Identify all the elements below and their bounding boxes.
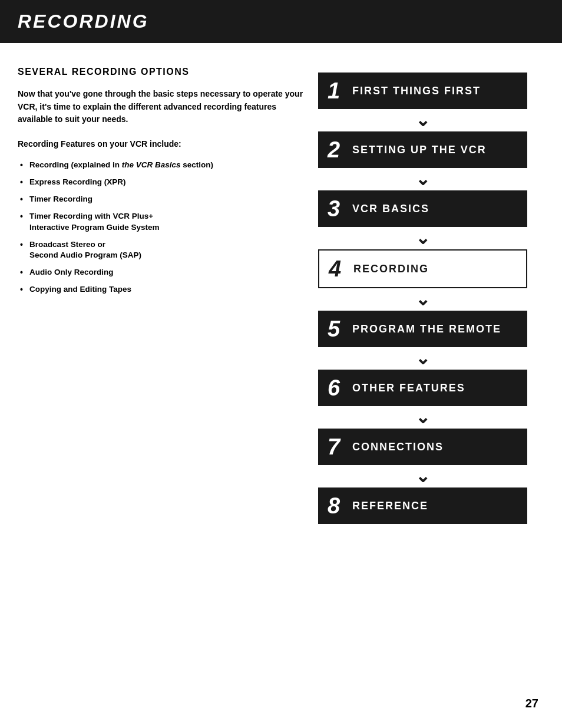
page: RECORDING SEVERAL RECORDING OPTIONS Now … bbox=[0, 0, 562, 728]
nav-label-5: PROGRAM THE REMOTE bbox=[352, 323, 501, 335]
arrow-2: ⌄ bbox=[318, 168, 527, 190]
bullet-list: Recording (explained in the VCR Basics s… bbox=[18, 157, 306, 298]
nav-item-6: 6 OTHER FEATURES bbox=[318, 370, 527, 406]
nav-label-3: VCR BASICS bbox=[352, 203, 429, 215]
left-column: SEVERAL RECORDING OPTIONS Now that you'v… bbox=[18, 67, 306, 524]
list-item: Copying and Editing Tapes bbox=[18, 281, 306, 298]
arrow-7: ⌄ bbox=[318, 465, 527, 487]
nav-bar-6: 6 OTHER FEATURES bbox=[318, 370, 527, 406]
list-item: Audio Only Recording bbox=[18, 264, 306, 281]
arrow-down-icon: ⌄ bbox=[415, 111, 430, 129]
arrow-down-icon: ⌄ bbox=[415, 291, 430, 308]
nav-label-1: FIRST THINGS FIRST bbox=[352, 85, 481, 97]
nav-number-7: 7 bbox=[328, 436, 345, 458]
arrow-down-icon: ⌄ bbox=[415, 467, 430, 485]
nav-bar-4: 4 RECORDING bbox=[318, 249, 527, 288]
list-item: Recording (explained in the VCR Basics s… bbox=[18, 157, 306, 174]
page-header: RECORDING bbox=[0, 0, 562, 43]
features-label: Recording Features on your VCR include: bbox=[18, 139, 306, 149]
arrow-4: ⌄ bbox=[318, 288, 527, 311]
list-item: Express Recording (XPR) bbox=[18, 174, 306, 191]
arrow-1: ⌄ bbox=[318, 109, 527, 131]
page-number: 27 bbox=[525, 697, 538, 710]
nav-item-4: 4 RECORDING bbox=[318, 249, 527, 288]
nav-bar-5: 5 PROGRAM THE REMOTE bbox=[318, 311, 527, 347]
list-item: Broadcast Stereo orSecond Audio Program … bbox=[18, 236, 306, 265]
arrow-down-icon: ⌄ bbox=[415, 409, 430, 426]
nav-label-7: CONNECTIONS bbox=[352, 441, 444, 453]
arrow-6: ⌄ bbox=[318, 406, 527, 429]
page-title: RECORDING bbox=[18, 11, 544, 32]
nav-number-1: 1 bbox=[328, 80, 345, 102]
arrow-down-icon: ⌄ bbox=[415, 350, 430, 367]
nav-bar-7: 7 CONNECTIONS bbox=[318, 429, 527, 465]
nav-number-2: 2 bbox=[328, 139, 345, 161]
list-item: Timer Recording with VCR Plus+Interactiv… bbox=[18, 208, 306, 236]
arrow-down-icon: ⌄ bbox=[415, 170, 430, 188]
arrow-down-icon: ⌄ bbox=[415, 229, 430, 247]
content-area: SEVERAL RECORDING OPTIONS Now that you'v… bbox=[0, 43, 562, 548]
nav-label-4: RECORDING bbox=[353, 263, 429, 275]
nav-label-2: SETTING UP THE VCR bbox=[352, 144, 487, 156]
nav-label-8: REFERENCE bbox=[352, 500, 428, 512]
nav-item-5: 5 PROGRAM THE REMOTE bbox=[318, 311, 527, 347]
section-title: SEVERAL RECORDING OPTIONS bbox=[18, 67, 306, 77]
nav-number-6: 6 bbox=[328, 377, 345, 399]
nav-number-3: 3 bbox=[328, 197, 345, 220]
intro-text: Now that you've gone through the basic s… bbox=[18, 88, 306, 126]
nav-item-8: 8 REFERENCE bbox=[318, 487, 527, 524]
arrow-5: ⌄ bbox=[318, 347, 527, 370]
nav-item-1: 1 FIRST THINGS FIRST bbox=[318, 73, 527, 109]
nav-bar-3: 3 VCR BASICS bbox=[318, 190, 527, 227]
nav-item-3: 3 VCR BASICS bbox=[318, 190, 527, 227]
right-column: 1 FIRST THINGS FIRST ⌄ 2 SETTING UP THE … bbox=[318, 67, 527, 524]
nav-bar-2: 2 SETTING UP THE VCR bbox=[318, 131, 527, 168]
nav-number-4: 4 bbox=[329, 258, 346, 280]
nav-number-5: 5 bbox=[328, 318, 345, 340]
nav-number-8: 8 bbox=[328, 495, 345, 517]
nav-bar-1: 1 FIRST THINGS FIRST bbox=[318, 73, 527, 109]
nav-bar-8: 8 REFERENCE bbox=[318, 487, 527, 524]
nav-label-6: OTHER FEATURES bbox=[352, 382, 465, 394]
list-item: Timer Recording bbox=[18, 191, 306, 208]
arrow-3: ⌄ bbox=[318, 227, 527, 249]
nav-item-2: 2 SETTING UP THE VCR bbox=[318, 131, 527, 168]
nav-item-7: 7 CONNECTIONS bbox=[318, 429, 527, 465]
